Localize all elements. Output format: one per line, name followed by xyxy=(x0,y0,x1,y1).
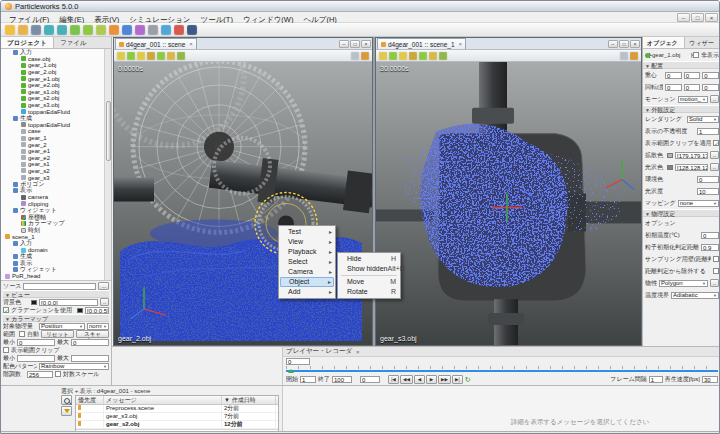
restore-button[interactable]: □ xyxy=(350,40,360,48)
min-field[interactable]: 0 xyxy=(17,339,55,346)
material-edit-button[interactable]: .. xyxy=(710,279,719,287)
minimize-button[interactable]: – xyxy=(339,40,349,48)
tree-item[interactable]: case xyxy=(1,128,111,135)
tree-item[interactable]: gear_e2.obj xyxy=(1,82,111,89)
add-polygon-icon[interactable] xyxy=(70,25,80,35)
specular-color-button[interactable]: .. xyxy=(710,163,719,171)
loop-button[interactable]: ↻ xyxy=(465,376,471,384)
appearance-section-header[interactable]: 外観設定 xyxy=(643,105,720,113)
log-row[interactable]: Preprocess.scene 2分前 xyxy=(76,405,278,413)
viewport-settings-icon[interactable] xyxy=(630,52,638,60)
center-y-field[interactable]: 0 xyxy=(684,72,701,79)
gradient-checkbox[interactable] xyxy=(3,307,9,313)
rotate-icon[interactable] xyxy=(137,52,145,60)
specular-color-value[interactable]: [128,128,128] xyxy=(675,164,708,171)
tree-item[interactable]: gear_s1.obj xyxy=(1,89,111,96)
start-frame-field[interactable]: 1 xyxy=(300,376,316,383)
max-field[interactable]: 0 xyxy=(71,339,109,346)
player-close-icon[interactable]: × xyxy=(356,349,360,355)
diffuse-color-value[interactable]: [179,179,179] xyxy=(675,152,708,159)
range-scan-button[interactable]: スキャン... xyxy=(76,330,109,338)
source-field[interactable] xyxy=(23,283,96,290)
log-filter-button[interactable] xyxy=(61,406,72,416)
tree-item[interactable]: gear_s3 xyxy=(1,174,111,181)
tree-item[interactable]: ポリゴン xyxy=(1,181,111,188)
frame-field[interactable]: 0 xyxy=(286,358,310,365)
ambient-field[interactable]: 0 xyxy=(697,176,719,183)
tree-item[interactable]: toppanEdaFluid xyxy=(1,122,111,129)
context-menu-item[interactable]: Test xyxy=(280,227,334,237)
tab-project[interactable]: プロジェクト xyxy=(1,37,54,48)
context-menu-item[interactable]: View xyxy=(280,237,334,247)
close-scene-icon[interactable] xyxy=(174,25,184,35)
source-browse-button[interactable]: ... xyxy=(98,282,109,290)
step-forward-button[interactable]: ▶▶ xyxy=(438,375,451,384)
clip-min-field[interactable] xyxy=(17,355,55,362)
placement-section-header[interactable]: 配置 xyxy=(643,61,720,69)
tree-item[interactable]: gear_2.obj xyxy=(1,69,111,76)
translate-icon[interactable] xyxy=(127,52,135,60)
tree-item[interactable]: gear_s3.obj xyxy=(1,102,111,109)
center-x-field[interactable]: 0 xyxy=(665,72,682,79)
snapshot-icon[interactable] xyxy=(148,25,158,35)
skip-end-button[interactable]: ▶| xyxy=(452,375,463,384)
measure-icon[interactable] xyxy=(135,25,145,35)
clip-plane-icon[interactable] xyxy=(177,52,185,60)
tree-item[interactable]: 表示 xyxy=(1,187,111,194)
redo-icon[interactable] xyxy=(57,25,67,35)
tree-item[interactable]: toppanEdaFluid xyxy=(1,108,111,115)
sampling-wall-checkbox[interactable] xyxy=(713,256,719,262)
pattern-combo[interactable]: Rainbow xyxy=(39,363,109,370)
exclude-distance-checkbox[interactable] xyxy=(713,268,719,274)
close-button[interactable]: × xyxy=(705,13,718,22)
context-menu-item[interactable]: Object xyxy=(280,277,334,287)
motion-combo[interactable]: motion_gear_1 xyxy=(678,96,708,103)
rotation-x-field[interactable]: 0 xyxy=(665,84,682,91)
particle-distance-field[interactable]: 0.9 xyxy=(701,244,719,251)
perspective-icon[interactable] xyxy=(429,52,437,60)
select-icon[interactable] xyxy=(117,52,125,60)
diffuse-color-button[interactable]: .. xyxy=(710,151,719,159)
viewport-1-canvas[interactable]: 0.0000s gear_2.obj xyxy=(114,62,372,345)
material-combo[interactable]: Polygon xyxy=(659,280,708,287)
tree-item[interactable]: domain xyxy=(1,247,111,254)
tree-scrollbar[interactable] xyxy=(104,49,111,280)
add-fluid-icon[interactable] xyxy=(83,25,93,35)
viewport-1-tab[interactable]: d4gear_001 :: scene × xyxy=(115,38,197,49)
thermal-boundary-combo[interactable]: Adiabatic xyxy=(671,292,719,299)
tree-scrollbar-thumb[interactable] xyxy=(106,101,111,161)
scale-icon[interactable] xyxy=(147,52,155,60)
viewport-snapshot-icon[interactable] xyxy=(351,52,359,60)
clip-max-field[interactable] xyxy=(71,355,109,362)
close-button[interactable]: × xyxy=(361,40,371,48)
tab-wizard[interactable]: ウィザード xyxy=(685,37,720,48)
tree-item[interactable]: gear_e2 xyxy=(1,155,111,162)
viewport-snapshot-icon[interactable] xyxy=(620,52,628,60)
tab-file[interactable]: ファイル xyxy=(54,37,93,48)
run-simulation-icon[interactable] xyxy=(122,25,132,35)
column-priority[interactable]: 優先度 xyxy=(76,396,104,404)
initial-temp-field[interactable]: 0 xyxy=(701,232,719,239)
tab-close-icon[interactable]: × xyxy=(459,41,463,47)
column-message[interactable]: メッセージ xyxy=(104,396,222,404)
play-button[interactable]: ▶ xyxy=(426,375,437,384)
gradient-color-value[interactable]: [0,0,0.5] xyxy=(85,307,109,314)
simulation-settings-icon[interactable] xyxy=(109,25,119,35)
levels-field[interactable]: 256 xyxy=(27,371,53,378)
timeline-marker[interactable] xyxy=(288,369,294,373)
frame-interval-field[interactable]: 1 xyxy=(649,376,663,383)
undo-icon[interactable] xyxy=(44,25,54,35)
quantity-combo[interactable]: Position xyxy=(39,323,85,330)
tab-object[interactable]: オブジェクト xyxy=(643,37,685,48)
add-domain-icon[interactable] xyxy=(96,25,106,35)
step-back-button[interactable]: ◀◀ xyxy=(400,375,413,384)
background-color-value[interactable]: [0,0,0] xyxy=(39,299,98,306)
tree-item[interactable]: 生成 xyxy=(1,115,111,122)
log-row[interactable]: gear_s2.obj 12分前 xyxy=(76,421,278,429)
tree-item[interactable]: scene_1 xyxy=(1,234,111,241)
viewport-2-tab[interactable]: d4gear_001 :: scene_1 × xyxy=(377,38,466,49)
log-row[interactable]: gear_s3.obj 7分前 xyxy=(76,413,278,421)
tree-item[interactable]: gear_e1.obj xyxy=(1,75,111,82)
shininess-field[interactable]: 10 xyxy=(697,188,719,195)
tree-item[interactable]: カラーマップ xyxy=(1,220,111,227)
